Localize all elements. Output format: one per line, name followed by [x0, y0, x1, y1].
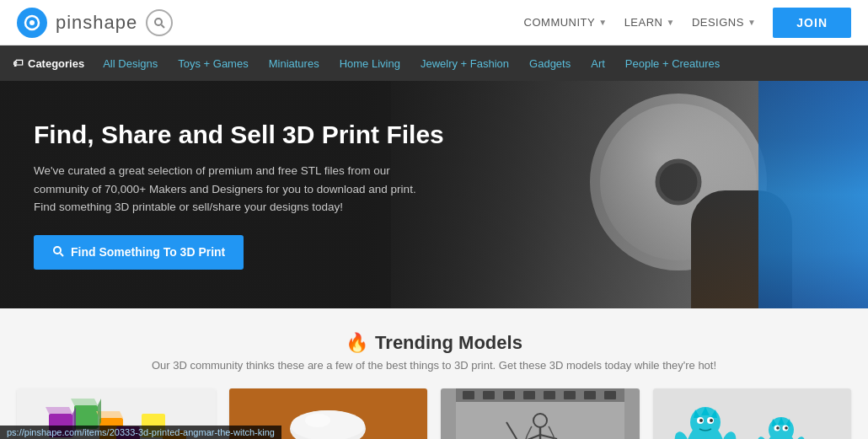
svg-point-77 — [756, 436, 770, 439]
cat-gadgets[interactable]: Gadgets — [519, 57, 581, 70]
svg-point-75 — [776, 426, 780, 430]
svg-rect-30 — [456, 388, 624, 402]
svg-line-3 — [162, 24, 165, 28]
hero-content: Find, Share and Sell 3D Print Files We'v… — [0, 120, 478, 270]
svg-line-5 — [61, 253, 64, 256]
svg-rect-36 — [564, 391, 576, 399]
svg-point-62 — [699, 419, 703, 422]
join-button[interactable]: JOIN — [773, 8, 851, 38]
svg-rect-33 — [503, 391, 515, 399]
svg-point-78 — [793, 436, 807, 439]
trending-title: 🔥 Trending Models — [17, 332, 851, 354]
cat-toys-games[interactable]: Toys + Games — [168, 57, 258, 70]
cat-home-living[interactable]: Home Living — [330, 57, 410, 70]
svg-point-1 — [29, 20, 35, 25]
svg-point-65 — [720, 430, 739, 439]
svg-rect-34 — [523, 391, 535, 399]
status-bar: ps://pinshape.com/items/20333-3d-printed… — [0, 426, 281, 439]
svg-rect-37 — [584, 391, 596, 399]
community-arrow: ▼ — [598, 18, 607, 27]
svg-marker-17 — [46, 407, 72, 414]
search-button[interactable] — [146, 9, 173, 36]
learn-nav[interactable]: LEARN ▼ — [624, 16, 675, 29]
fire-icon: 🔥 — [346, 332, 368, 354]
svg-point-76 — [785, 426, 788, 430]
svg-rect-38 — [604, 391, 616, 399]
categories-label: 🏷 Categories — [13, 57, 84, 70]
cat-all-designs[interactable]: All Designs — [93, 57, 168, 70]
site-name: pinshape — [56, 12, 137, 34]
header: pinshape COMMUNITY ▼ LEARN ▼ DESIGNS ▼ J… — [0, 0, 868, 46]
logo-area: pinshape — [17, 8, 524, 38]
hero-cta-button[interactable]: Find Something To 3D Print — [34, 235, 244, 270]
svg-point-28 — [305, 414, 330, 427]
tag-icon: 🏷 — [13, 57, 23, 69]
status-url: ps://pinshape.com/items/20333-3d-printed… — [7, 427, 275, 437]
hero-section: Find, Share and Sell 3D Print Files We'v… — [0, 81, 868, 308]
cat-people-creatures[interactable]: People + Creatures — [615, 57, 730, 70]
cat-jewelry-fashion[interactable]: Jewelry + Fashion — [410, 57, 519, 70]
logo-icon[interactable] — [17, 8, 47, 38]
trending-header: 🔥 Trending Models Our 3D community think… — [17, 332, 851, 372]
nav-right: COMMUNITY ▼ LEARN ▼ DESIGNS ▼ JOIN — [524, 8, 851, 38]
svg-rect-32 — [483, 391, 495, 399]
svg-point-2 — [155, 19, 162, 25]
hero-description: We've curated a great selection of premi… — [34, 162, 421, 217]
svg-point-64 — [672, 430, 692, 439]
trending-section: 🔥 Trending Models Our 3D community think… — [0, 308, 868, 439]
trending-subtitle: Our 3D community thinks these are a few … — [17, 359, 851, 372]
community-nav[interactable]: COMMUNITY ▼ — [524, 16, 608, 29]
svg-rect-31 — [463, 391, 474, 399]
cat-art[interactable]: Art — [581, 57, 615, 70]
svg-point-4 — [54, 247, 61, 254]
designs-nav[interactable]: DESIGNS ▼ — [692, 16, 756, 29]
model-card-3[interactable] — [441, 388, 640, 439]
designs-arrow: ▼ — [747, 18, 756, 27]
svg-point-27 — [291, 410, 365, 439]
learn-arrow: ▼ — [666, 18, 674, 27]
svg-point-63 — [710, 419, 713, 422]
svg-marker-18 — [71, 399, 98, 405]
model-card-4[interactable] — [653, 388, 852, 439]
svg-rect-35 — [544, 391, 555, 399]
categories-bar: 🏷 Categories All Designs Toys + Games Mi… — [0, 46, 868, 81]
search-icon — [52, 245, 64, 260]
model-thumb-3 — [441, 388, 640, 439]
cat-miniatures[interactable]: Miniatures — [259, 57, 330, 70]
model-thumb-4 — [653, 388, 852, 439]
hero-title: Find, Share and Sell 3D Print Files — [34, 120, 444, 150]
